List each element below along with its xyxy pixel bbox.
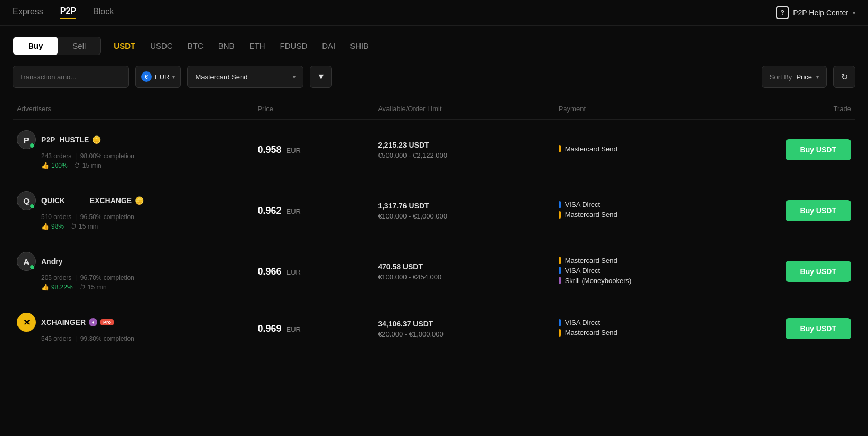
currency-selector[interactable]: € EUR ▾ <box>135 66 181 88</box>
tab-bnb[interactable]: BNB <box>218 41 235 50</box>
sort-by-selector[interactable]: Sort By Price ▾ <box>762 66 827 88</box>
payment-dot-blue <box>559 201 561 208</box>
likes-stat: 👍 98.22% <box>41 284 73 291</box>
trade-col: Buy USDT <box>735 318 855 339</box>
avatar: ✕ <box>17 313 36 332</box>
payment-item: Mastercard Send <box>559 257 731 265</box>
advertiser-meta: 205 orders | 96.70% completion <box>41 274 249 281</box>
nav-block[interactable]: Block <box>93 7 114 19</box>
payment-dot-purple <box>559 277 561 284</box>
tab-shib[interactable]: SHIB <box>350 41 368 50</box>
tab-dai[interactable]: DAI <box>322 41 335 50</box>
help-icon: ? <box>776 6 789 19</box>
main-content: Buy Sell USDT USDC BTC BNB ETH FDUSD DAI… <box>0 26 868 366</box>
payment-item: Mastercard Send <box>559 211 731 219</box>
table-row: P P2P_HUSTLE 🪙 243 orders | 98.00% compl… <box>13 120 855 180</box>
thumbs-up-icon: 👍 <box>41 162 49 169</box>
filter-button[interactable]: ▼ <box>310 66 332 88</box>
eur-icon: € <box>141 71 152 82</box>
likes-stat: 👍 98% <box>41 223 64 230</box>
tab-usdt[interactable]: USDT <box>114 41 135 50</box>
limit-col: 2,215.23 USDT €500.000 - €2,122.000 <box>374 141 555 159</box>
payment-item: VISA Direct <box>559 319 731 326</box>
currency-tabs: USDT USDC BTC BNB ETH FDUSD DAI SHIB <box>114 41 368 50</box>
help-label: P2P Help Center <box>793 8 848 17</box>
advertiser-name: XCHAINGER ♦ Pro <box>41 318 114 326</box>
payment-method-label: Mastercard Send <box>195 73 289 81</box>
refresh-button[interactable]: ↻ <box>833 66 855 88</box>
tab-fdusd[interactable]: FDUSD <box>280 41 308 50</box>
limit-col: 1,317.76 USDT €100.000 - €1,000.000 <box>374 202 555 220</box>
thumbs-up-icon: 👍 <box>41 284 49 291</box>
badge-coin-icon: 🪙 <box>92 135 101 144</box>
buy-usdt-button[interactable]: Buy USDT <box>786 139 851 160</box>
time-stat: ⏱ 15 min <box>79 284 107 291</box>
tab-btc[interactable]: BTC <box>188 41 204 50</box>
advertiser-quick-exchange: Q QUICK______EXCHANGE 🪙 510 orders | 96.… <box>13 191 253 230</box>
clock-icon: ⏱ <box>79 284 86 291</box>
nav-links: Express P2P Block <box>13 6 114 19</box>
tab-usdc[interactable]: USDC <box>150 41 173 50</box>
payment-item: Mastercard Send <box>559 145 731 153</box>
nav-express[interactable]: Express <box>13 7 43 19</box>
table-row: Q QUICK______EXCHANGE 🪙 510 orders | 96.… <box>13 180 855 241</box>
top-nav: Express P2P Block ? P2P Help Center ▾ <box>0 0 868 26</box>
payment-col: VISA Direct Mastercard Send <box>555 319 735 339</box>
advertiser-name: QUICK______EXCHANGE 🪙 <box>41 196 144 205</box>
buy-usdt-button[interactable]: Buy USDT <box>786 200 851 221</box>
nav-p2p[interactable]: P2P <box>60 6 76 19</box>
table-row: ✕ XCHAINGER ♦ Pro 545 orders | 99.30% co… <box>13 302 855 355</box>
payment-item: Skrill (Moneybookers) <box>559 277 731 285</box>
trade-col: Buy USDT <box>735 200 855 221</box>
header-trade: Trade <box>735 105 855 113</box>
buy-usdt-button[interactable]: Buy USDT <box>786 261 851 282</box>
payment-item: VISA Direct <box>559 267 731 275</box>
advertiser-stats: 👍 98.22% ⏱ 15 min <box>41 284 249 291</box>
amount-input-wrapper[interactable] <box>13 66 129 88</box>
payment-dot-orange <box>559 145 561 152</box>
sort-value: Price <box>796 73 812 81</box>
time-stat: ⏱ 15 min <box>74 162 101 169</box>
avatar: Q <box>17 191 36 210</box>
time-stat: ⏱ 15 min <box>70 223 98 230</box>
online-indicator <box>30 265 35 270</box>
thumbs-up-icon: 👍 <box>41 223 49 230</box>
buy-sell-row: Buy Sell USDT USDC BTC BNB ETH FDUSD DAI… <box>13 37 855 55</box>
avatar: A <box>17 252 36 271</box>
currency-label: EUR <box>155 73 169 81</box>
price-col: 0.969 EUR <box>253 323 374 334</box>
payment-method-selector[interactable]: Mastercard Send ▾ <box>187 66 303 88</box>
advertiser-andry: A Andry 205 orders | 96.70% completion 👍… <box>13 252 253 291</box>
payment-item: VISA Direct <box>559 201 731 208</box>
sell-button[interactable]: Sell <box>58 37 100 54</box>
avatar: P <box>17 130 36 149</box>
help-chevron-icon: ▾ <box>853 10 855 16</box>
header-payment: Payment <box>555 105 735 113</box>
price-col: 0.966 EUR <box>253 266 374 277</box>
header-price: Price <box>253 105 374 113</box>
advertiser-stats: 👍 100% ⏱ 15 min <box>41 162 249 169</box>
advertiser-meta: 510 orders | 96.50% completion <box>41 213 249 221</box>
payment-chevron-icon: ▾ <box>293 74 296 80</box>
advertiser-stats: 👍 98% ⏱ 15 min <box>41 223 249 230</box>
filter-icon: ▼ <box>317 72 326 81</box>
sort-label: Sort By <box>770 73 792 81</box>
advertiser-header: ✕ XCHAINGER ♦ Pro <box>17 313 249 332</box>
sort-chevron-icon: ▾ <box>816 74 819 80</box>
advertiser-header: Q QUICK______EXCHANGE 🪙 <box>17 191 249 210</box>
refresh-icon: ↻ <box>841 72 848 82</box>
buy-button[interactable]: Buy <box>13 37 58 54</box>
tab-eth[interactable]: ETH <box>250 41 265 50</box>
badge-coin-icon: 🪙 <box>135 196 144 205</box>
payment-col: VISA Direct Mastercard Send <box>555 201 735 221</box>
header-advertisers: Advertisers <box>13 105 253 113</box>
clock-icon: ⏱ <box>70 223 77 230</box>
buy-usdt-button[interactable]: Buy USDT <box>786 318 851 339</box>
advertiser-header: A Andry <box>17 252 249 271</box>
price-col: 0.962 EUR <box>253 205 374 216</box>
help-center[interactable]: ? P2P Help Center ▾ <box>776 6 855 19</box>
payment-col: Mastercard Send <box>555 145 735 155</box>
amount-input[interactable] <box>20 73 122 81</box>
likes-stat: 👍 100% <box>41 162 68 169</box>
payment-item: Mastercard Send <box>559 329 731 337</box>
